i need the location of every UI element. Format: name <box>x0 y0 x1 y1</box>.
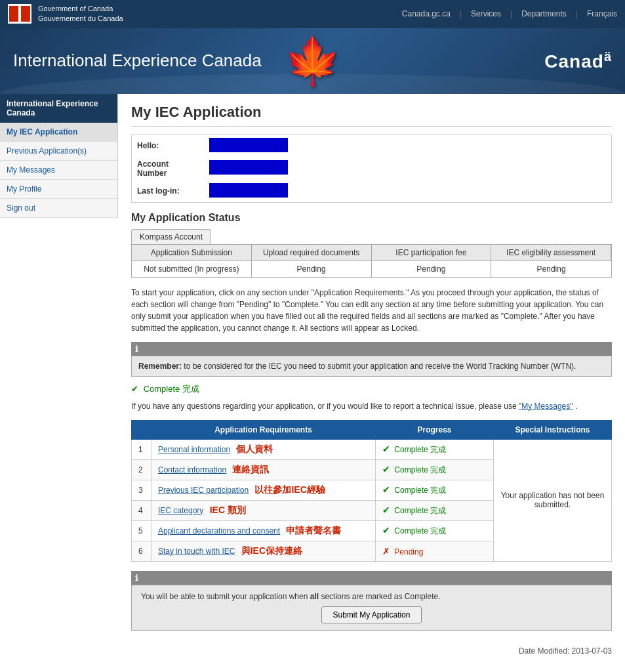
user-info-box: Hello: Account Number Last log-in: <box>131 135 612 203</box>
row-progress-3: ✔ Complete 完成 <box>376 480 494 500</box>
stay-in-touch-link[interactable]: Stay in touch with IEC <box>158 547 235 556</box>
sidebar-item-my-iec[interactable]: My IEC Application <box>0 123 117 142</box>
remember-text: Remember: to be considered for the IEC y… <box>138 362 576 371</box>
complete-text: Complete 完成 <box>144 384 199 394</box>
svg-rect-1 <box>9 6 18 22</box>
sidebar-item-messages[interactable]: My Messages <box>0 161 117 180</box>
table-header-num <box>132 420 151 439</box>
submit-box-header: ℹ <box>131 571 612 585</box>
status-container: Kompass Account Application Submission U… <box>131 229 612 278</box>
chinese-label-5: 申請者聲名書 <box>286 525 341 536</box>
last-login-label: Last log-in: <box>132 180 204 202</box>
row-num-4: 4 <box>132 500 151 520</box>
app-status-title: My Application Status <box>131 212 612 224</box>
info-icon: ℹ <box>135 344 138 354</box>
row-req-2: Contact information 連絡資訊 <box>151 459 376 480</box>
declarations-link[interactable]: Applicant declarations and consent <box>158 526 280 536</box>
my-messages-link[interactable]: "My Messages" <box>519 402 573 411</box>
status-value-3: Pending <box>372 261 492 277</box>
gov-name-en: Government of Canada <box>38 4 123 14</box>
sidebar-heading: International Experience Canada <box>0 94 117 123</box>
hello-label: Hello: <box>132 135 204 157</box>
svg-rect-2 <box>21 6 30 22</box>
gov-logo-area: Government of Canada Gouvernement du Can… <box>8 4 123 24</box>
hello-value <box>209 138 288 152</box>
iec-category-link[interactable]: IEC category <box>158 506 203 515</box>
header-banner: International Experience Canada 🍁 Canadä <box>0 28 625 94</box>
row-progress-6: ✗ Pending <box>376 541 494 561</box>
complete-status-line: ✔ Complete 完成 <box>131 383 612 395</box>
services-link[interactable]: Services <box>471 9 501 18</box>
status-value-2: Pending <box>252 261 372 277</box>
remember-box: Remember: to be considered for the IEC y… <box>131 356 612 377</box>
submit-text: You will be able to submit your applicat… <box>141 592 602 601</box>
departments-link[interactable]: Departments <box>521 9 567 18</box>
check-3: ✔ <box>382 484 390 495</box>
table-header-special: Special Instructions <box>494 420 612 439</box>
row-req-1: Personal information 個人資料 <box>151 439 376 459</box>
sidebar-item-signout[interactable]: Sign out <box>0 199 117 218</box>
status-value-4: Pending <box>491 261 611 277</box>
chinese-label-1: 個人資料 <box>236 444 273 454</box>
info-text: To start your application, click on any … <box>131 287 612 334</box>
row-num-6: 6 <box>132 541 151 561</box>
kompass-tab[interactable]: Kompass Account <box>131 229 211 244</box>
sidebar: International Experience Canada My IEC A… <box>0 94 118 218</box>
chinese-label-4: IEC 類別 <box>210 505 246 515</box>
francais-link[interactable]: Français <box>587 9 617 18</box>
status-value-1: Not submitted (In progress) <box>132 261 252 277</box>
main-layout: International Experience Canada My IEC A… <box>0 94 625 672</box>
check-1: ✔ <box>382 444 390 454</box>
row-num-2: 2 <box>132 459 151 480</box>
submit-info-icon: ℹ <box>135 573 138 583</box>
gov-names: Government of Canada Gouvernement du Can… <box>38 4 123 24</box>
remember-box-header: ℹ <box>131 342 612 356</box>
special-instructions: Your application has not been submitted. <box>494 439 612 561</box>
submit-box: You will be able to submit your applicat… <box>131 585 612 631</box>
canada-logo: Canadä <box>544 49 612 72</box>
sidebar-item-profile[interactable]: My Profile <box>0 180 117 199</box>
status-label-4: IEC eligibility assessment <box>491 245 611 261</box>
row-req-4: IEC category IEC 類別 <box>151 500 376 520</box>
my-iec-link[interactable]: My IEC Application <box>7 127 77 136</box>
prev-iec-link[interactable]: Previous IEC participation <box>158 486 249 495</box>
x-mark-6: ✗ <box>382 546 390 556</box>
signout-link[interactable]: Sign out <box>7 203 35 213</box>
canada-gc-link[interactable]: Canada.gc.ca <box>402 9 451 18</box>
row-progress-1: ✔ Complete 完成 <box>376 439 494 459</box>
row-num-1: 1 <box>132 439 151 459</box>
contact-info-link[interactable]: Contact information <box>158 465 226 474</box>
profile-link[interactable]: My Profile <box>7 184 41 194</box>
row-progress-5: ✔ Complete 完成 <box>376 520 494 541</box>
check-5: ✔ <box>382 525 390 536</box>
row-progress-4: ✔ Complete 完成 <box>376 500 494 520</box>
row-req-5: Applicant declarations and consent 申請者聲名… <box>151 520 376 541</box>
row-req-3: Previous IEC participation 以往參加IEC經驗 <box>151 480 376 500</box>
account-label: Account Number <box>132 157 204 180</box>
table-row: 1 Personal information 個人資料 ✔ Complete 完… <box>132 439 612 459</box>
requirements-table: Application Requirements Progress Specia… <box>131 420 612 562</box>
status-label-1: Application Submission <box>132 245 252 261</box>
messages-link-sidebar[interactable]: My Messages <box>7 165 55 175</box>
top-bar: Government of Canada Gouvernement du Can… <box>0 0 625 28</box>
personal-info-link[interactable]: Personal information <box>158 445 230 454</box>
gov-name-fr: Gouvernement du Canada <box>38 14 123 24</box>
check-2: ✔ <box>382 464 390 474</box>
status-label-3: IEC participation fee <box>372 245 492 261</box>
previous-apps-link[interactable]: Previous Application(s) <box>7 146 87 156</box>
sidebar-item-previous[interactable]: Previous Application(s) <box>0 142 117 161</box>
banner-title: International Experience Canada <box>13 51 262 71</box>
account-value <box>209 160 288 175</box>
submit-button[interactable]: Submit My Application <box>321 606 421 623</box>
table-header-progress: Progress <box>376 420 494 439</box>
content-area: My IEC Application Hello: Account Number… <box>118 94 625 672</box>
top-nav: Canada.gc.ca | Services | Departments | … <box>402 9 617 18</box>
check-4: ✔ <box>382 505 390 515</box>
chinese-label-2: 連絡資訊 <box>232 464 269 474</box>
row-num-3: 3 <box>132 480 151 500</box>
date-modified: Date Modified: 2013-07-03 <box>131 640 612 662</box>
table-header-req: Application Requirements <box>151 420 376 439</box>
chinese-label-3: 以往參加IEC經驗 <box>254 484 325 495</box>
last-login-value <box>209 183 288 198</box>
row-req-6: Stay in touch with IEC 與IEC保持連絡 <box>151 541 376 561</box>
